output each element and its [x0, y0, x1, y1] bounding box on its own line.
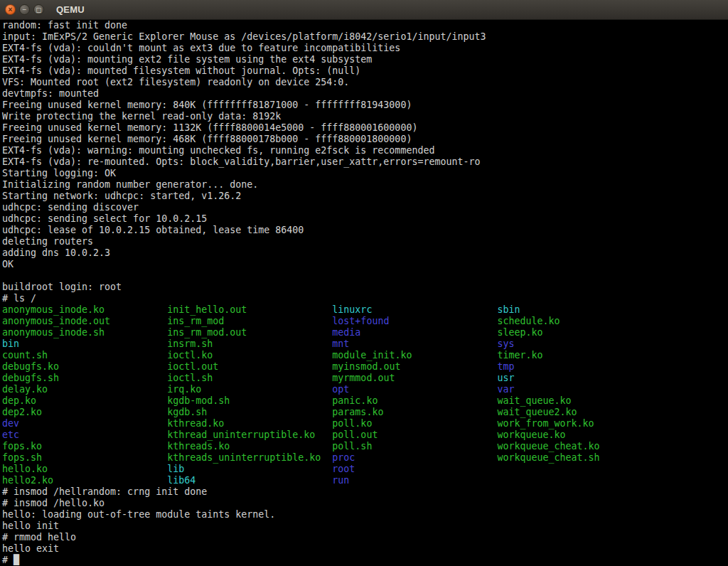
ls-entry: kgdb-mod.sh — [167, 395, 332, 406]
terminal-text: EXT4-fs (vda): mounting ext2 file system… — [2, 54, 372, 65]
terminal-line: Starting logging: OK — [2, 168, 728, 179]
terminal-text: EXT4-fs (vda): couldn't mount as ext3 du… — [2, 43, 400, 53]
terminal-line: VFS: Mounted root (ext2 filesystem) read… — [2, 77, 728, 88]
maximize-icon: ◻ — [36, 6, 41, 14]
terminal-line: # insmod /hellrandom: crng init done — [2, 486, 728, 498]
terminal-text: VFS: Mounted root (ext2 filesystem) read… — [2, 77, 349, 87]
minimize-button[interactable]: − — [19, 4, 30, 15]
ls-entry: poll.ko — [332, 418, 497, 429]
terminal-text: Starting network: udhcpc: started, v1.26… — [2, 191, 241, 201]
terminal-text: input: ImExPS/2 Generic Explorer Mouse a… — [2, 31, 486, 42]
ls-entry: insrm.sh — [167, 338, 332, 349]
terminal-line: hello init — [2, 520, 728, 532]
terminal-line: udhcpc: lease of 10.0.2.15 obtained, lea… — [2, 225, 728, 236]
terminal-line: fops.sh kthreads_uninterruptible.ko proc… — [2, 452, 728, 464]
ls-entry: var — [498, 384, 515, 395]
ls-entry: init_hello.out — [167, 304, 332, 315]
ls-entry: debugfs.sh — [2, 373, 167, 383]
ls-entry: irq.ko — [167, 384, 332, 395]
terminal-line: anonymous_inode.sh ins_rm_mod.out media … — [2, 327, 728, 338]
ls-entry: kgdb.sh — [167, 407, 332, 417]
terminal-text: Starting logging: OK — [2, 168, 116, 178]
terminal-text: hello: loading out-of-tree module taints… — [2, 509, 275, 520]
ls-entry: sbin — [498, 304, 520, 315]
ls-entry: anonymous_inode.sh — [2, 327, 167, 338]
ls-entry: run — [332, 475, 497, 486]
terminal-line: hello: loading out-of-tree module taints… — [2, 509, 728, 520]
ls-entry: lib64 — [167, 475, 332, 486]
terminal-text: Freeing unused kernel memory: 840K (ffff… — [2, 100, 412, 110]
ls-entry: mnt — [332, 338, 497, 349]
terminal-text: Freeing unused kernel memory: 1132K (fff… — [2, 122, 417, 133]
ls-entry: poll.sh — [332, 441, 497, 452]
ls-entry: workqueue.ko — [498, 429, 566, 440]
ls-entry: linuxrc — [332, 304, 497, 315]
minimize-icon: − — [23, 6, 27, 14]
terminal-line: devtmpfs: mounted — [2, 88, 728, 100]
terminal-cursor: █ — [14, 555, 19, 565]
terminal-line: fops.ko kthreads.ko poll.sh workqueue_ch… — [2, 441, 728, 452]
ls-entry: myinsmod.out — [332, 361, 497, 372]
ls-entry: panic.ko — [332, 395, 497, 406]
terminal-text: Initializing random number generator... … — [2, 179, 258, 190]
terminal-screen[interactable]: random: fast init doneinput: ImExPS/2 Ge… — [0, 20, 728, 566]
close-button[interactable]: × — [5, 4, 16, 15]
terminal-text: # insmod /hello.ko — [2, 498, 105, 508]
terminal-line: OK — [2, 259, 728, 270]
ls-entry: anonymous_inode.out — [2, 316, 167, 326]
ls-entry: myrmmod.out — [332, 373, 497, 383]
terminal-text: EXT4-fs (vda): mounted filesystem withou… — [2, 65, 360, 76]
window-titlebar[interactable]: × − ◻ QEMU — [0, 0, 728, 20]
terminal-text: deleting routers — [2, 236, 93, 247]
close-icon: × — [9, 6, 13, 14]
ls-entry: proc — [332, 452, 497, 463]
terminal-line: adding dns 10.0.2.3 — [2, 247, 728, 259]
terminal-line: deleting routers — [2, 236, 728, 247]
ls-entry: ins_rm_mod.out — [167, 327, 332, 338]
terminal-line — [2, 270, 728, 282]
terminal-text: OK — [2, 259, 14, 269]
terminal-line: dep2.ko kgdb.sh params.ko wait_queue2.ko — [2, 407, 728, 418]
terminal-line: EXT4-fs (vda): couldn't mount as ext3 du… — [2, 43, 728, 54]
terminal-line: anonymous_inode.ko init_hello.out linuxr… — [2, 304, 728, 316]
ls-entry: work_from_work.ko — [498, 418, 594, 429]
ls-entry: dev — [2, 418, 167, 429]
ls-entry: debugfs.ko — [2, 361, 167, 372]
terminal-text: random: fast init done — [2, 20, 127, 31]
terminal-text: udhcpc: sending discover — [2, 202, 139, 213]
terminal-text: Write protecting the kernel read-only da… — [2, 111, 281, 122]
terminal-line: # insmod /hello.ko — [2, 498, 728, 509]
ls-entry: hello.ko — [2, 464, 167, 474]
terminal-line: dev kthread.ko poll.ko work_from_work.ko — [2, 418, 728, 429]
terminal-line: udhcpc: sending select for 10.0.2.15 — [2, 213, 728, 225]
terminal-line: # rmmod hello — [2, 532, 728, 543]
terminal-text: # insmod /hellrandom: crng init done — [2, 486, 207, 497]
ls-entry: wait_queue.ko — [498, 395, 572, 406]
ls-entry: dep.ko — [2, 395, 167, 406]
terminal-line: random: fast init done — [2, 20, 728, 31]
ls-entry: dep2.ko — [2, 407, 167, 417]
ls-entry: opt — [332, 384, 497, 395]
ls-entry: poll.out — [332, 429, 497, 440]
terminal-line: Freeing unused kernel memory: 840K (ffff… — [2, 100, 728, 111]
terminal-line: buildroot login: root — [2, 282, 728, 293]
ls-entry: fops.sh — [2, 452, 167, 463]
ls-entry: tmp — [498, 361, 515, 372]
terminal-text: buildroot login: root — [2, 282, 122, 292]
ls-entry: lost+found — [332, 316, 497, 326]
ls-entry: delay.ko — [2, 384, 167, 395]
ls-entry: timer.ko — [498, 350, 543, 361]
terminal-line: hello2.ko lib64 run — [2, 475, 728, 486]
ls-entry: bin — [2, 338, 167, 349]
terminal-line: bin insrm.sh mnt sys — [2, 338, 728, 350]
maximize-button[interactable]: ◻ — [33, 4, 44, 15]
ls-entry: params.ko — [332, 407, 497, 417]
terminal-line: delay.ko irq.ko opt var — [2, 384, 728, 395]
ls-entry: kthread_uninterruptible.ko — [167, 429, 332, 440]
terminal-line: # █ — [2, 555, 728, 566]
ls-entry: ioctl.out — [167, 361, 332, 372]
terminal-text: # rmmod hello — [2, 532, 76, 543]
ls-entry: lib — [167, 464, 332, 474]
ls-entry: ins_rm_mod — [167, 316, 332, 326]
terminal-text: EXT4-fs (vda): warning: mounting uncheck… — [2, 145, 434, 156]
